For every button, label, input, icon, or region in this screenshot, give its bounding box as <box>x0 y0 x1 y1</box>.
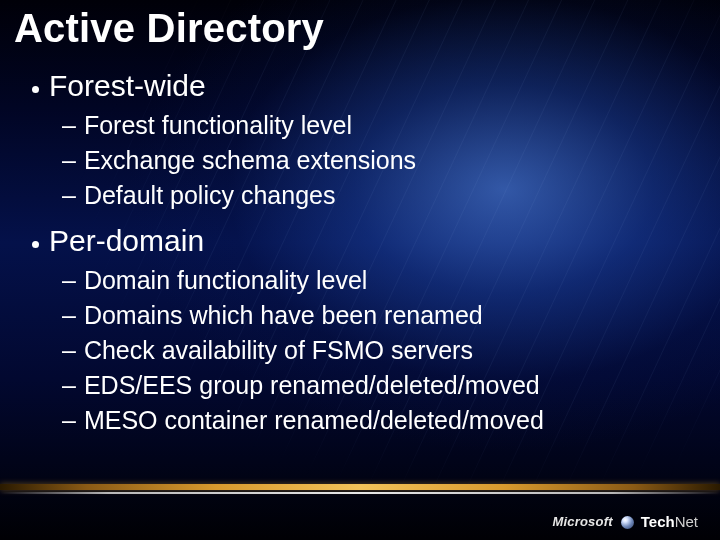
technet-logo: Microsoft TechNet <box>552 513 698 530</box>
list-item: –Exchange schema extensions <box>62 144 702 177</box>
item-text: Exchange schema extensions <box>84 144 416 177</box>
list-item: –EDS/EES group renamed/deleted/moved <box>62 369 702 402</box>
slide: Active Directory Forest-wide –Forest fun… <box>0 0 720 540</box>
slide-content: Active Directory Forest-wide –Forest fun… <box>0 0 720 437</box>
dash-icon: – <box>62 334 76 367</box>
logo-microsoft-text: Microsoft <box>552 514 612 529</box>
logo-tech-text: Tech <box>641 513 675 530</box>
list-item: –MESO container renamed/deleted/moved <box>62 404 702 437</box>
bullet-row: Forest-wide <box>32 69 702 103</box>
item-text: Domain functionality level <box>84 264 367 297</box>
dash-icon: – <box>62 404 76 437</box>
footer-accent-bar <box>0 484 720 498</box>
accent-stripe-white <box>0 492 720 494</box>
item-text: EDS/EES group renamed/deleted/moved <box>84 369 540 402</box>
item-text: MESO container renamed/deleted/moved <box>84 404 544 437</box>
accent-stripe-orange <box>0 484 720 490</box>
dash-icon: – <box>62 369 76 402</box>
sub-list: –Domain functionality level –Domains whi… <box>32 264 702 437</box>
dash-icon: – <box>62 264 76 297</box>
section-label: Per-domain <box>49 224 204 258</box>
list-item: –Default policy changes <box>62 179 702 212</box>
item-text: Domains which have been renamed <box>84 299 483 332</box>
dash-icon: – <box>62 299 76 332</box>
bullet-disc-icon <box>32 86 39 93</box>
list-item: –Domains which have been renamed <box>62 299 702 332</box>
item-text: Check availability of FSMO servers <box>84 334 473 367</box>
section-label: Forest-wide <box>49 69 206 103</box>
section-per-domain: Per-domain –Domain functionality level –… <box>32 224 702 437</box>
globe-icon <box>621 516 634 529</box>
list-item: –Domain functionality level <box>62 264 702 297</box>
item-text: Forest functionality level <box>84 109 352 142</box>
dash-icon: – <box>62 109 76 142</box>
list-item: –Check availability of FSMO servers <box>62 334 702 367</box>
sub-list: –Forest functionality level –Exchange sc… <box>32 109 702 212</box>
bullet-list: Forest-wide –Forest functionality level … <box>14 69 702 437</box>
dash-icon: – <box>62 144 76 177</box>
logo-net-text: Net <box>675 513 698 530</box>
dash-icon: – <box>62 179 76 212</box>
list-item: –Forest functionality level <box>62 109 702 142</box>
bullet-row: Per-domain <box>32 224 702 258</box>
section-forest-wide: Forest-wide –Forest functionality level … <box>32 69 702 212</box>
bullet-disc-icon <box>32 241 39 248</box>
slide-title: Active Directory <box>14 6 702 51</box>
logo-technet: TechNet <box>641 513 698 530</box>
item-text: Default policy changes <box>84 179 336 212</box>
